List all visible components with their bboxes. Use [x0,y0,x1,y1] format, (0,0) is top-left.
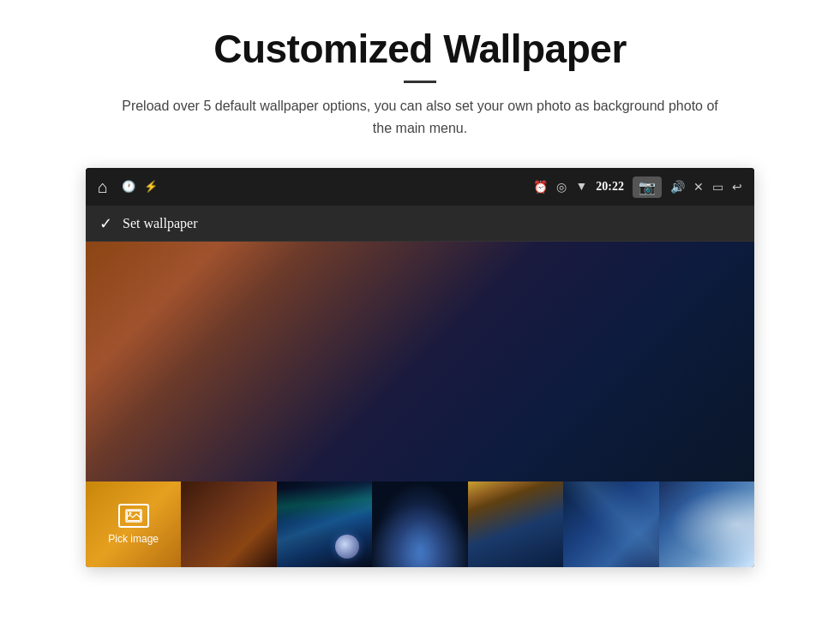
wallpaper-thumb-5[interactable] [468,481,563,567]
wallpaper-preview [86,242,754,481]
wallpaper-thumb-2[interactable] [181,481,276,567]
close-icon: ✕ [693,180,704,194]
wallpaper-thumb-3[interactable] [277,481,372,567]
planet-shape [335,535,359,559]
pick-image-icon [118,504,149,528]
volume-icon: 🔊 [670,180,685,194]
status-bar: ⌂ 🕐 ⚡ ⏰ ◎ ▼ 20:22 📷 🔊 ✕ ▭ ↩ [86,168,754,206]
page-subtitle: Preload over 5 default wallpaper options… [111,95,729,139]
wallpaper-thumb-7[interactable] [659,481,754,567]
home-icon[interactable]: ⌂ [98,177,108,197]
status-left-icons: ⌂ 🕐 ⚡ [98,177,158,197]
light-ray-shape [659,481,754,567]
galaxy-glow [372,481,467,567]
title-section: Customized Wallpaper Preload over 5 defa… [111,26,729,139]
location-icon: ◎ [556,180,567,194]
status-left-small-icons: 🕐 ⚡ [122,180,158,194]
alarm-icon: ⏰ [533,180,548,194]
svg-rect-0 [126,510,141,522]
blue-highlight [563,481,658,567]
pick-image-label: Pick image [108,533,159,545]
set-wallpaper-label: Set wallpaper [123,216,198,231]
usb-icon: ⚡ [144,180,158,194]
camera-icon-highlight: 📷 [633,176,662,198]
wallpaper-header: ✓ Set wallpaper [86,206,754,242]
svg-point-1 [129,512,131,515]
page-title: Customized Wallpaper [111,26,729,72]
back-icon: ↩ [732,180,742,194]
check-icon: ✓ [99,214,112,233]
time-display: 20:22 [596,180,624,194]
title-divider [404,81,436,83]
image-frame-icon [125,509,142,523]
page-container: Customized Wallpaper Preload over 5 defa… [0,0,840,622]
device-frame: ⌂ 🕐 ⚡ ⏰ ◎ ▼ 20:22 📷 🔊 ✕ ▭ ↩ [86,168,754,567]
wallpaper-thumb-6[interactable] [563,481,658,567]
aurora-shape [277,481,372,541]
camera-icon: 📷 [639,179,656,195]
clock-icon: 🕐 [122,180,135,194]
window-icon: ▭ [712,180,723,194]
thumbnail-strip: Pick image [86,481,754,567]
wallpaper-thumb-4[interactable] [372,481,467,567]
wifi-icon: ▼ [575,180,587,194]
pick-image-thumb[interactable]: Pick image [86,481,181,567]
status-right: ⏰ ◎ ▼ 20:22 📷 🔊 ✕ ▭ ↩ [533,176,742,198]
